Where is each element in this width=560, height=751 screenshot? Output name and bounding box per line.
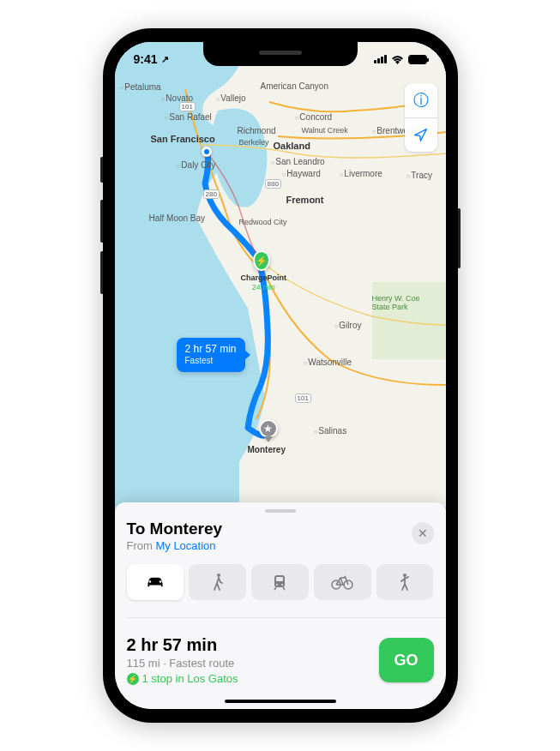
city-label: Livermore: [340, 169, 382, 178]
route-duration: 2 hr 57 min: [127, 635, 238, 655]
city-label: American Canyon: [261, 81, 328, 91]
mode-bike-button[interactable]: [314, 564, 371, 600]
destination-pin-icon[interactable]: ★: [259, 419, 278, 438]
city-label: San Francisco: [151, 134, 215, 144]
city-label: Hayward: [282, 169, 321, 178]
location-services-icon: ↗: [161, 54, 169, 65]
car-icon: [145, 575, 166, 589]
city-label: Concord: [295, 112, 333, 122]
notch: [203, 42, 358, 66]
route-shield: 280: [203, 189, 220, 199]
destination-label: Monterey: [248, 445, 286, 454]
transit-icon: [272, 574, 287, 591]
walk-icon: [212, 573, 224, 592]
route-callout-time: 2 hr 57 min: [185, 343, 237, 356]
location-arrow-icon: [413, 128, 428, 142]
city-label: Watsonville: [304, 357, 352, 367]
city-label: Redwood City: [239, 218, 287, 226]
city-label: Richmond: [238, 126, 276, 135]
route-summary-row[interactable]: 2 hr 57 min 115 mi · Fastest route ⚡ 1 s…: [127, 635, 434, 685]
home-indicator[interactable]: [225, 700, 336, 703]
map-locate-button[interactable]: [405, 117, 437, 152]
cellular-signal-icon: [374, 55, 387, 63]
transport-mode-selector: [127, 564, 434, 600]
city-label: Fremont: [286, 195, 324, 205]
mode-rideshare-button[interactable]: [376, 564, 434, 600]
mode-transit-button[interactable]: [251, 564, 309, 600]
sheet-grabber[interactable]: [265, 509, 296, 513]
svg-point-1: [217, 574, 220, 577]
bike-icon: [331, 574, 353, 590]
route-ev-stop: ⚡ 1 stop in Los Gatos: [127, 672, 238, 685]
route-shield: 880: [265, 179, 281, 189]
map-controls: ⓘ: [405, 83, 437, 152]
city-label: Half Moon Bay: [149, 213, 206, 223]
close-button[interactable]: ✕: [412, 522, 434, 544]
info-icon: ⓘ: [413, 90, 429, 111]
city-label: Petaluma: [120, 82, 161, 92]
city-label: Tracy: [406, 171, 432, 180]
city-label: Oakland: [274, 141, 310, 151]
phone-frame: 9:41 ↗: [103, 28, 458, 723]
route-callout[interactable]: 2 hr 57 min Fastest: [177, 338, 245, 372]
city-label: San Rafael: [165, 112, 212, 122]
route-distance: 115 mi · Fastest route: [127, 657, 238, 670]
battery-icon: [408, 55, 427, 64]
charge-stop-name: ChargePoint: [241, 273, 287, 283]
divider: [127, 617, 446, 618]
phone-side-button: [100, 251, 103, 294]
city-label: Berkeley: [239, 138, 269, 147]
phone-side-button: [100, 157, 103, 183]
status-time: 9:41: [134, 52, 158, 66]
city-label: Vallejo: [216, 93, 246, 103]
city-label: Gilroy: [334, 321, 362, 330]
route-callout-sub: Fastest: [185, 356, 237, 367]
mode-drive-button[interactable]: [127, 564, 184, 600]
sheet-title: To Monterey: [127, 520, 223, 538]
map-canvas[interactable]: San Francisco Oakland Fremont Petaluma N…: [115, 42, 446, 507]
go-button[interactable]: GO: [379, 638, 434, 682]
mode-walk-button[interactable]: [189, 564, 246, 600]
origin-pin: [202, 147, 212, 157]
svg-point-5: [281, 584, 283, 586]
route-shield: 101: [295, 394, 311, 403]
bolt-icon: ⚡: [127, 673, 139, 685]
phone-side-button: [100, 200, 103, 243]
rideshare-icon: [399, 573, 411, 592]
city-label: Walnut Creek: [302, 126, 348, 135]
close-icon: ✕: [418, 526, 428, 540]
phone-side-button: [458, 208, 461, 268]
go-button-label: GO: [394, 652, 418, 670]
map-info-button[interactable]: ⓘ: [405, 83, 437, 117]
from-location-link[interactable]: My Location: [155, 539, 215, 552]
from-prefix: From: [127, 539, 156, 552]
svg-rect-3: [276, 577, 283, 581]
screen: 9:41 ↗: [115, 42, 446, 709]
svg-point-4: [276, 584, 278, 586]
directions-sheet[interactable]: To Monterey From My Location ✕: [115, 502, 446, 709]
city-label: Daly City: [177, 160, 216, 170]
city-label: San Leandro: [271, 157, 325, 166]
charge-stop-duration: 24 min: [241, 283, 287, 292]
route-shield: 101: [179, 102, 196, 111]
park-label: Henry W. Coe State Park: [372, 295, 424, 312]
sheet-subtitle: From My Location: [127, 539, 223, 552]
svg-point-8: [403, 574, 406, 577]
route-stop-text: 1 stop in Los Gatos: [142, 672, 238, 685]
wifi-icon: [391, 55, 404, 64]
ev-charge-pin-icon[interactable]: ⚡: [253, 250, 270, 271]
ev-charge-label: ChargePoint 24 min: [241, 273, 287, 292]
city-label: Salinas: [314, 426, 347, 436]
